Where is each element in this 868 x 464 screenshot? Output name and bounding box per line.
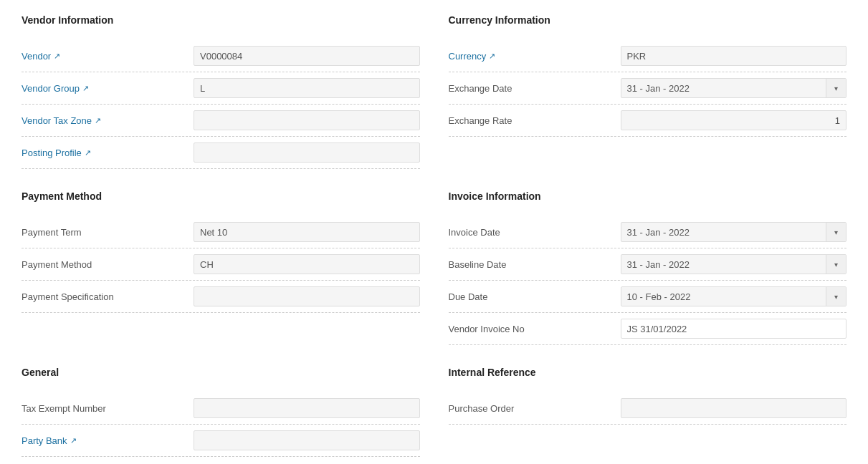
- vendor-tax-zone-value: [194, 110, 420, 130]
- due-date-input-wrap: ▾: [621, 286, 847, 306]
- baseline-date-value: ▾: [621, 254, 847, 274]
- currency-label: Currency ↗: [449, 51, 621, 62]
- general-title: General: [22, 367, 420, 381]
- invoice-date-input[interactable]: [621, 223, 826, 241]
- due-date-input[interactable]: [621, 287, 826, 306]
- due-date-dropdown-arrow[interactable]: ▾: [826, 287, 846, 306]
- payment-method-value: [194, 254, 420, 274]
- payment-method-section: Payment Method Payment Term Payment Meth…: [22, 190, 420, 345]
- vendor-group-field-row: Vendor Group ↗: [22, 72, 420, 105]
- exchange-rate-value: [621, 110, 847, 130]
- invoice-date-field-row: Invoice Date ▾: [449, 216, 847, 248]
- vendor-tax-zone-input[interactable]: [194, 110, 420, 130]
- payment-method-input[interactable]: [194, 254, 420, 274]
- party-bank-label: Party Bank ↗: [22, 435, 194, 446]
- baseline-date-dropdown-arrow[interactable]: ▾: [826, 255, 846, 274]
- exchange-date-label: Exchange Date: [449, 83, 621, 94]
- vendor-invoice-no-input[interactable]: [621, 319, 847, 339]
- vendor-invoice-no-value: [621, 319, 847, 339]
- vendor-label: Vendor ↗: [22, 51, 194, 62]
- vendor-group-label: Vendor Group ↗: [22, 83, 194, 94]
- posting-profile-input[interactable]: [194, 142, 420, 163]
- payment-term-label: Payment Term: [22, 227, 194, 238]
- currency-field-row: Currency ↗: [449, 40, 847, 72]
- invoice-date-value: ▾: [621, 222, 847, 242]
- exchange-date-dropdown-arrow[interactable]: ▾: [826, 79, 846, 97]
- vendor-tax-zone-field-row: Vendor Tax Zone ↗: [22, 105, 420, 137]
- vendor-invoice-no-label: Vendor Invoice No: [449, 324, 621, 334]
- party-bank-field-row: Party Bank ↗: [22, 425, 420, 457]
- vendor-group-value: [194, 78, 420, 98]
- currency-info-title: Currency Information: [449, 14, 847, 29]
- vendor-field-row: Vendor ↗: [22, 40, 420, 72]
- payment-specification-field-row: Payment Specification: [22, 281, 420, 313]
- baseline-date-input[interactable]: [621, 255, 826, 274]
- invoice-info-section: Invoice Information Invoice Date ▾ Basel…: [449, 190, 847, 345]
- payment-method-field-row: Payment Method: [22, 248, 420, 281]
- posting-profile-link-icon[interactable]: ↗: [85, 148, 91, 158]
- tax-exempt-number-field-row: Tax Exempt Number: [22, 392, 420, 425]
- vendor-group-link-icon[interactable]: ↗: [82, 84, 89, 93]
- vendor-info-section: Vendor Information Vendor ↗ Vendor Group…: [22, 14, 420, 169]
- tax-exempt-number-label: Tax Exempt Number: [22, 403, 194, 414]
- exchange-date-input[interactable]: [621, 79, 826, 97]
- vendor-tax-zone-link-icon[interactable]: ↗: [95, 116, 101, 125]
- invoice-info-title: Invoice Information: [449, 190, 847, 205]
- general-section: General Tax Exempt Number Party Bank ↗: [22, 367, 420, 457]
- posting-profile-label: Posting Profile ↗: [22, 148, 194, 158]
- purchase-order-label: Purchase Order: [449, 403, 621, 414]
- tax-exempt-number-value: [194, 398, 420, 418]
- purchase-order-input[interactable]: [621, 398, 847, 418]
- tax-exempt-number-input[interactable]: [194, 398, 420, 418]
- party-bank-link-icon[interactable]: ↗: [70, 436, 77, 445]
- party-bank-value: [194, 430, 420, 450]
- invoice-date-input-wrap: ▾: [621, 222, 847, 242]
- posting-profile-field-row: Posting Profile ↗: [22, 137, 420, 169]
- posting-profile-value: [194, 142, 420, 163]
- currency-value: [621, 46, 847, 66]
- payment-term-input[interactable]: [194, 222, 420, 242]
- exchange-rate-label: Exchange Rate: [449, 115, 621, 126]
- payment-term-value: [194, 222, 420, 242]
- vendor-invoice-no-field-row: Vendor Invoice No: [449, 313, 847, 345]
- vendor-tax-zone-label: Vendor Tax Zone ↗: [22, 115, 194, 126]
- invoice-date-label: Invoice Date: [449, 227, 621, 238]
- payment-specification-label: Payment Specification: [22, 291, 194, 302]
- payment-specification-input[interactable]: [194, 286, 420, 306]
- internal-reference-section: Internal Reference Purchase Order: [449, 367, 847, 457]
- currency-input[interactable]: [621, 46, 847, 66]
- due-date-label: Due Date: [449, 291, 621, 302]
- vendor-group-input[interactable]: [194, 78, 420, 98]
- due-date-value: ▾: [621, 286, 847, 306]
- purchase-order-field-row: Purchase Order: [449, 392, 847, 425]
- exchange-date-field-row: Exchange Date ▾: [449, 72, 847, 105]
- internal-reference-title: Internal Reference: [449, 367, 847, 381]
- currency-link-icon[interactable]: ↗: [489, 52, 495, 61]
- payment-specification-value: [194, 286, 420, 306]
- baseline-date-input-wrap: ▾: [621, 254, 847, 274]
- vendor-info-title: Vendor Information: [22, 14, 420, 29]
- baseline-date-label: Baseline Date: [449, 259, 621, 270]
- exchange-date-value: ▾: [621, 78, 847, 98]
- exchange-rate-input[interactable]: [621, 110, 847, 130]
- currency-info-section: Currency Information Currency ↗ Exchange…: [449, 14, 847, 169]
- payment-method-label: Payment Method: [22, 259, 194, 270]
- payment-term-field-row: Payment Term: [22, 216, 420, 248]
- due-date-field-row: Due Date ▾: [449, 281, 847, 313]
- vendor-input[interactable]: [194, 46, 420, 66]
- exchange-date-input-wrap: ▾: [621, 78, 847, 98]
- vendor-value: [194, 46, 420, 66]
- payment-method-title: Payment Method: [22, 190, 420, 205]
- baseline-date-field-row: Baseline Date ▾: [449, 248, 847, 281]
- vendor-link-icon[interactable]: ↗: [54, 52, 60, 61]
- invoice-date-dropdown-arrow[interactable]: ▾: [826, 223, 846, 241]
- party-bank-input[interactable]: [194, 430, 420, 450]
- exchange-rate-field-row: Exchange Rate: [449, 105, 847, 137]
- purchase-order-value: [621, 398, 847, 418]
